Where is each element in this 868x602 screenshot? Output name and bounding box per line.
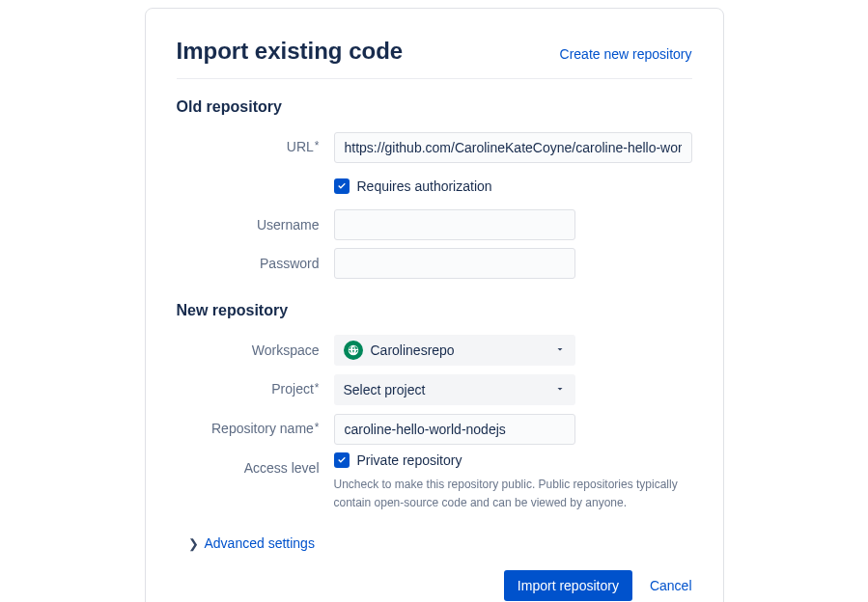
import-repository-button[interactable]: Import repository	[504, 570, 632, 601]
url-input[interactable]	[334, 132, 692, 163]
project-row: Project Select project	[177, 373, 692, 405]
advanced-settings-toggle[interactable]: ❯ Advanced settings	[188, 535, 692, 551]
advanced-settings-label: Advanced settings	[205, 535, 315, 551]
project-select[interactable]: Select project	[334, 374, 575, 405]
project-value: Select project	[344, 382, 426, 397]
repo-name-label: Repository name	[177, 413, 334, 445]
check-icon	[336, 180, 348, 192]
url-row: URL	[177, 131, 692, 163]
chevron-down-icon	[554, 382, 566, 397]
username-label: Username	[177, 209, 334, 240]
repo-name-row: Repository name	[177, 413, 692, 445]
repo-name-input[interactable]	[334, 414, 575, 445]
import-repo-panel: Import existing code Create new reposito…	[145, 8, 724, 602]
page-title: Import existing code	[177, 38, 404, 65]
requires-auth-row: Requires authorization	[177, 171, 692, 202]
create-new-repo-link[interactable]: Create new repository	[560, 46, 692, 62]
private-repo-checkbox[interactable]	[334, 452, 350, 468]
chevron-down-icon	[554, 342, 566, 358]
old-repository-title: Old repository	[177, 98, 692, 116]
requires-auth-label: Requires authorization	[357, 178, 492, 194]
old-repository-section: Old repository URL Requires authorizatio…	[177, 98, 692, 279]
cancel-button[interactable]: Cancel	[650, 578, 692, 593]
check-icon	[336, 454, 348, 466]
workspace-label: Workspace	[177, 335, 334, 366]
password-label: Password	[177, 248, 334, 279]
password-row: Password	[177, 248, 692, 279]
url-label: URL	[177, 131, 334, 163]
workspace-value: Carolinesrepo	[371, 342, 455, 358]
new-repository-title: New repository	[177, 302, 692, 319]
private-repo-label: Private repository	[357, 452, 462, 468]
private-repo-help: Uncheck to make this repository public. …	[334, 476, 692, 512]
new-repository-section: New repository Workspace Carolinesrepo	[177, 302, 692, 512]
requires-auth-checkbox[interactable]	[334, 178, 350, 194]
workspace-row: Workspace Carolinesrepo	[177, 335, 692, 366]
action-bar: Import repository Cancel	[177, 570, 692, 601]
username-row: Username	[177, 209, 692, 240]
password-input[interactable]	[334, 248, 575, 279]
access-level-label: Access level	[177, 452, 334, 483]
workspace-select[interactable]: Carolinesrepo	[334, 335, 575, 366]
project-label: Project	[177, 373, 334, 405]
access-level-row: Access level Private repository Uncheck …	[177, 452, 692, 512]
panel-header: Import existing code Create new reposito…	[177, 38, 692, 79]
chevron-right-icon: ❯	[188, 536, 199, 551]
workspace-avatar-icon	[344, 341, 363, 360]
username-input[interactable]	[334, 209, 575, 240]
